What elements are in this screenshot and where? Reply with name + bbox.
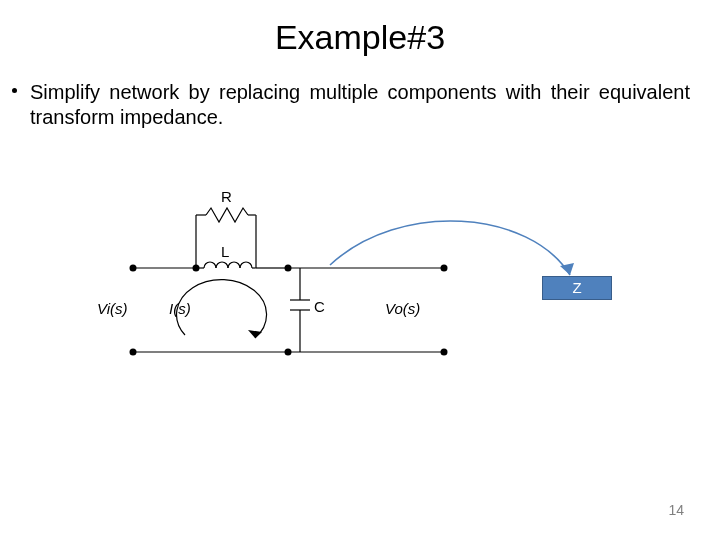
label-Vi: Vi(s) xyxy=(97,300,128,317)
label-Vo: Vo(s) xyxy=(385,300,420,317)
svg-point-19 xyxy=(441,265,448,272)
svg-point-21 xyxy=(285,349,292,356)
label-C: C xyxy=(314,298,325,315)
svg-point-22 xyxy=(441,349,448,356)
slide-number: 14 xyxy=(668,502,684,518)
svg-marker-14 xyxy=(248,330,262,338)
circuit-diagram xyxy=(0,0,720,540)
label-I: I(s) xyxy=(169,300,191,317)
svg-point-16 xyxy=(130,265,137,272)
label-L: L xyxy=(221,243,229,260)
svg-point-20 xyxy=(130,349,137,356)
label-R: R xyxy=(221,188,232,205)
svg-point-17 xyxy=(193,265,200,272)
svg-point-18 xyxy=(285,265,292,272)
z-impedance-box: Z xyxy=(542,276,612,300)
